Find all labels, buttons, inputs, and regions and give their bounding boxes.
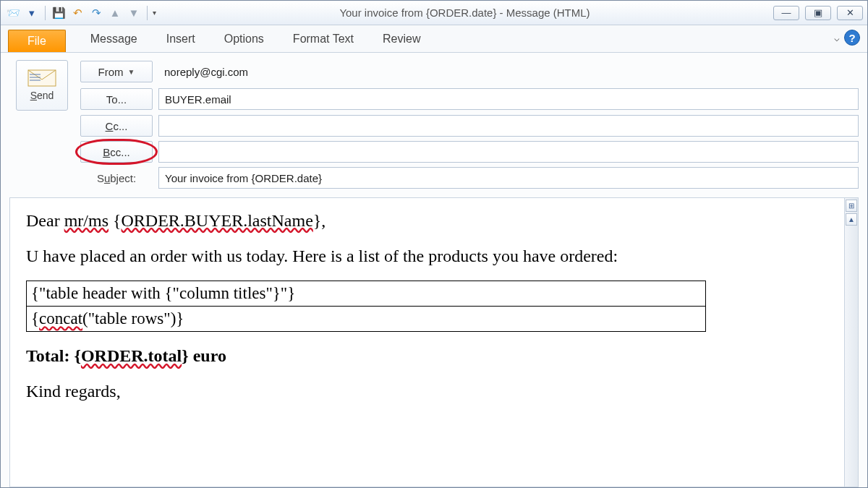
ribbon-minimize-icon[interactable]: ⌵ [834,33,840,43]
from-value: noreply@cgi.com [158,61,859,82]
maximize-button[interactable]: ▣ [805,6,831,20]
from-button[interactable]: From ▼ [80,61,153,82]
envelope-icon [27,69,56,87]
to-field[interactable]: BUYER.email [158,88,859,110]
compose-pane: Send From ▼ noreply@cgi.com To... BUYER.… [1,53,867,487]
separator [147,6,148,20]
help-icon[interactable]: ? [844,30,860,46]
send-cell: Send [9,60,75,111]
next-item-icon[interactable]: ▼ [126,5,142,21]
ribbon-tabs: File Message Insert Options Format Text … [1,25,867,53]
titlebar: 📨 ▾ 💾 ↶ ↷ ▲ ▼ ▾ Your invoice from {ORDER… [1,1,867,25]
body-total: Total: {ORDER.total} euro [26,345,828,367]
window-title: Your invoice from {ORDER.date} - Message… [156,7,773,19]
tab-insert[interactable]: Insert [152,27,210,52]
outlook-compose-window: 📨 ▾ 💾 ↶ ↷ ▲ ▼ ▾ Your invoice from {ORDER… [0,0,868,488]
body-editor-wrap: Dear mr/ms {ORDER.BUYER.lastName}, U hav… [9,197,859,487]
minimize-button[interactable]: — [773,6,799,20]
save-icon[interactable]: 💾 [51,5,67,21]
body-editor[interactable]: Dear mr/ms {ORDER.BUYER.lastName}, U hav… [10,198,844,487]
mail-icon: 📨 [5,5,21,21]
prev-item-icon[interactable]: ▲ [107,5,123,21]
tab-message[interactable]: Message [76,27,152,52]
cc-label: Cc... [106,120,128,132]
scroll-up-icon[interactable]: ▲ [846,213,857,226]
tab-review[interactable]: Review [368,27,435,52]
chevron-down-icon: ▼ [128,68,135,76]
send-button[interactable]: Send [16,60,68,111]
cc-field[interactable] [158,115,859,137]
vertical-scrollbar[interactable]: ⊞ ▲ [844,198,858,487]
bcc-button[interactable]: Bcc... [80,141,153,163]
cc-button[interactable]: Cc... [80,115,153,137]
window-buttons: — ▣ ✕ [773,6,863,20]
body-line2: U have placed an order with us today. He… [26,245,828,267]
subject-label: Subject: [80,172,153,184]
redo-icon[interactable]: ↷ [88,5,104,21]
to-button[interactable]: To... [80,88,153,110]
header-fields: Send From ▼ noreply@cgi.com To... BUYER.… [9,60,859,189]
tab-format-text[interactable]: Format Text [278,27,368,52]
attach-dropdown-icon[interactable]: ▾ [24,5,40,21]
close-button[interactable]: ✕ [837,6,863,20]
file-tab[interactable]: File [8,30,66,52]
bcc-label: Bcc... [103,146,130,158]
scroll-option-icon[interactable]: ⊞ [846,200,857,212]
body-table: {"table header with {"column titles"}"} … [26,281,706,332]
to-label: To... [106,93,127,106]
table-row: {concat("table rows")} [27,307,706,332]
quick-access-toolbar: 📨 ▾ 💾 ↶ ↷ ▲ ▼ ▾ [5,5,156,21]
table-row: {"table header with {"column titles"}"} [27,281,706,307]
subject-field[interactable]: Your invoice from {ORDER.date} [158,167,859,189]
from-label: From [98,66,124,78]
body-signoff: Kind regards, [26,380,828,403]
body-greeting: Dear mr/ms {ORDER.BUYER.lastName}, [26,210,828,232]
undo-icon[interactable]: ↶ [69,5,85,21]
send-label: Send [30,90,54,101]
tab-options[interactable]: Options [210,27,278,52]
separator [45,6,46,20]
bcc-field[interactable] [158,141,859,163]
